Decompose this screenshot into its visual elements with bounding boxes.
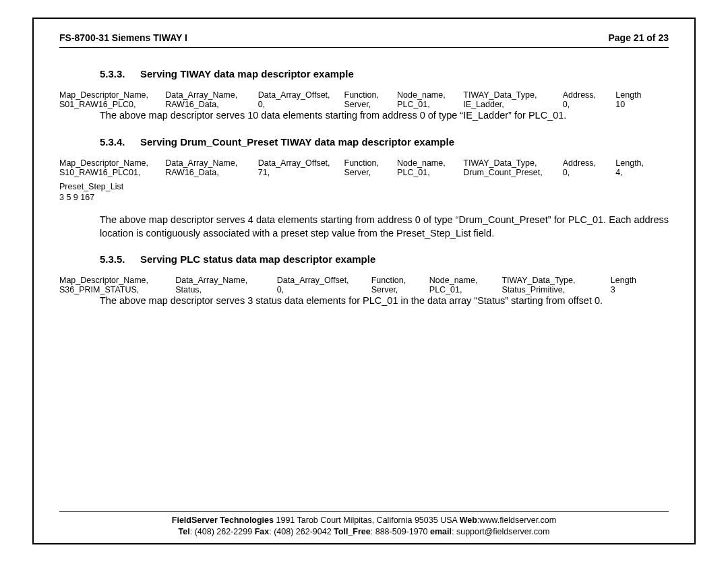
footer-company: FieldServer Technologies — [172, 516, 274, 525]
table-cell: 3 — [611, 285, 669, 294]
body-paragraph: The above map descriptor serves 4 data e… — [100, 214, 669, 240]
body-paragraph: The above map descriptor serves 10 data … — [100, 109, 669, 123]
table-cell: Data_Array_Name, — [165, 158, 258, 168]
table-row: Map_Descriptor_Name,Data_Array_Name,Data… — [59, 276, 669, 285]
table-cell: Status_Primitive, — [502, 285, 610, 294]
section-number: 5.3.5. — [100, 253, 140, 265]
table-cell: TIWAY_Data_Type, — [502, 276, 610, 285]
preset-label: Preset_Step_List — [59, 181, 669, 192]
preset-step-list: Preset_Step_List 3 5 9 167 — [59, 181, 669, 204]
table-cell: Node_name, — [397, 90, 463, 100]
data-table-534: Map_Descriptor_Name,Data_Array_Name,Data… — [59, 158, 669, 177]
table-cell: 71, — [258, 168, 344, 177]
table-cell: Node_name, — [397, 158, 463, 168]
header-right: Page 21 of 23 — [609, 32, 669, 43]
footer-email-value: : support@fieldserver.com — [452, 527, 549, 536]
table-cell: 0, — [563, 100, 616, 109]
document-page: FS-8700-31 Siemens TIWAY I Page 21 of 23… — [32, 18, 696, 544]
table-cell: Function, — [371, 276, 429, 285]
footer-tel-label: Tel — [179, 527, 190, 536]
table-cell: 10 — [615, 100, 669, 109]
preset-values: 3 5 9 167 — [59, 192, 669, 203]
table-cell: Length, — [615, 158, 669, 168]
section-title: Serving Drum_Count_Preset TIWAY data map… — [140, 136, 454, 148]
table-cell: Drum_Count_Preset, — [463, 168, 562, 177]
table-cell: IE_Ladder, — [463, 100, 562, 109]
table-cell: Map_Descriptor_Name, — [59, 90, 165, 100]
table-cell: Map_Descriptor_Name, — [59, 158, 165, 168]
table-row: S10_RAW16_PLC01,RAW16_Data,71,Server,PLC… — [59, 168, 669, 177]
table-cell: Server, — [344, 100, 398, 109]
data-table-533: Map_Descriptor_Name,Data_Array_Name,Data… — [59, 90, 669, 109]
table-cell: Server, — [371, 285, 429, 294]
section-number: 5.3.4. — [100, 136, 140, 148]
header-divider — [59, 47, 669, 48]
table-cell: TIWAY_Data_Type, — [463, 158, 562, 168]
table-cell: Address, — [563, 158, 616, 168]
table-cell: Length — [615, 90, 669, 100]
data-table-535: Map_Descriptor_Name,Data_Array_Name,Data… — [59, 276, 669, 294]
table-row: S36_PRIM_STATUS,Status,0,Server,PLC_01,S… — [59, 285, 669, 294]
footer-web-label: Web — [460, 516, 477, 525]
footer-toll-value: : 888-509-1970 — [371, 527, 430, 536]
table-cell: RAW16_Data, — [165, 168, 258, 177]
section-title: Serving PLC status data map descriptor e… — [140, 253, 375, 265]
table-cell: Function, — [344, 90, 398, 100]
table-cell: Map_Descriptor_Name, — [59, 276, 175, 285]
table-cell: Length — [611, 276, 669, 285]
section-title: Serving TIWAY data map descriptor exampl… — [140, 68, 354, 80]
section-heading-533: 5.3.3.Serving TIWAY data map descriptor … — [100, 68, 669, 80]
section-number: 5.3.3. — [100, 68, 140, 80]
section-heading-534: 5.3.4.Serving Drum_Count_Preset TIWAY da… — [100, 136, 669, 148]
table-cell: 0, — [277, 285, 371, 294]
footer-fax-label: Fax — [255, 527, 270, 536]
table-row: S01_RAW16_PLC0,RAW16_Data,0,Server,PLC_0… — [59, 100, 669, 109]
footer-address: 1991 Tarob Court Milpitas, California 95… — [274, 516, 460, 525]
footer-divider — [59, 511, 669, 512]
footer-email-label: email — [430, 527, 452, 536]
table-cell: Server, — [344, 168, 398, 177]
table-cell: Status, — [175, 285, 277, 294]
header-left: FS-8700-31 Siemens TIWAY I — [59, 32, 187, 43]
page-header: FS-8700-31 Siemens TIWAY I Page 21 of 23 — [59, 32, 669, 43]
table-cell: Data_Array_Offset, — [258, 158, 344, 168]
table-cell: Data_Array_Offset, — [258, 90, 344, 100]
table-cell: Data_Array_Name, — [175, 276, 277, 285]
table-cell: Function, — [344, 158, 398, 168]
table-row: Map_Descriptor_Name,Data_Array_Name,Data… — [59, 158, 669, 168]
table-cell: 0, — [258, 100, 344, 109]
table-cell: PLC_01, — [429, 285, 502, 294]
footer-web-value: :www.fieldserver.com — [477, 516, 556, 525]
table-cell: TIWAY_Data_Type, — [463, 90, 562, 100]
table-cell: Data_Array_Offset, — [277, 276, 371, 285]
table-cell: 4, — [615, 168, 669, 177]
footer-tel-value: : (408) 262-2299 — [190, 527, 255, 536]
table-cell: Data_Array_Name, — [165, 90, 258, 100]
table-cell: S36_PRIM_STATUS, — [59, 285, 175, 294]
table-cell: 0, — [563, 168, 616, 177]
table-cell: Node_name, — [429, 276, 502, 285]
table-cell: PLC_01, — [397, 100, 463, 109]
page-footer: FieldServer Technologies 1991 Tarob Cour… — [59, 511, 669, 538]
footer-line1: FieldServer Technologies 1991 Tarob Cour… — [59, 515, 669, 526]
footer-fax-value: : (408) 262-9042 — [269, 527, 334, 536]
table-cell: S10_RAW16_PLC01, — [59, 168, 165, 177]
table-cell: RAW16_Data, — [165, 100, 258, 109]
body-paragraph: The above map descriptor serves 3 status… — [100, 294, 669, 308]
table-cell: PLC_01, — [397, 168, 463, 177]
footer-toll-label: Toll_Free — [334, 527, 371, 536]
table-cell: Address, — [563, 90, 616, 100]
section-heading-535: 5.3.5.Serving PLC status data map descri… — [100, 253, 669, 265]
footer-line2: Tel: (408) 262-2299 Fax: (408) 262-9042 … — [59, 526, 669, 538]
table-row: Map_Descriptor_Name,Data_Array_Name,Data… — [59, 90, 669, 100]
table-cell: S01_RAW16_PLC0, — [59, 100, 165, 109]
